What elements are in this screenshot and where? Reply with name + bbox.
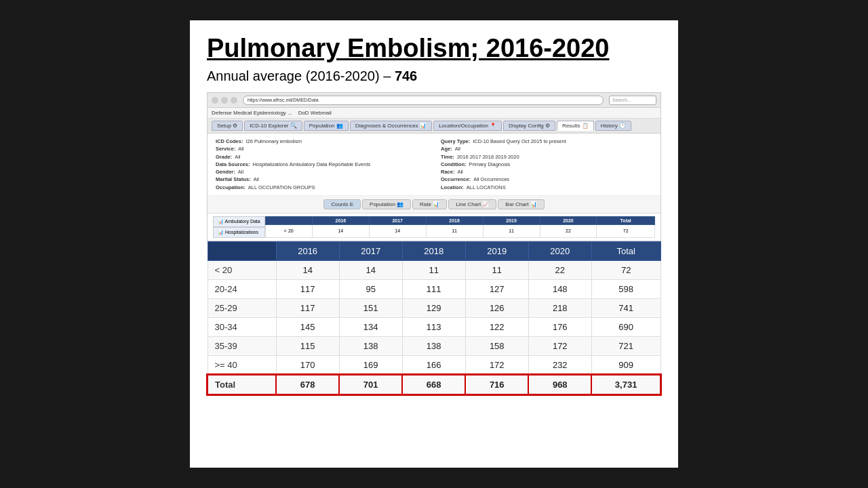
cell-age-gte40: >= 40: [208, 355, 276, 375]
browser-min-btn[interactable]: [221, 97, 228, 104]
app-nav: Defense Medical Epidemiology ... DoD Web…: [208, 108, 660, 119]
cell-gte40-2017: 169: [339, 355, 402, 375]
cell-total-2018: 668: [402, 375, 465, 394]
value-service: All: [238, 145, 243, 152]
tab-setup[interactable]: Setup ⚙: [212, 121, 243, 131]
query-row-occupation: Occupation: ALL OCCUPATION GROUPS: [216, 184, 427, 191]
cell-3539-2020: 172: [528, 336, 591, 355]
mini-header-2017: 2017: [369, 216, 426, 224]
cell-2529-total: 741: [591, 298, 660, 317]
cell-3539-2017: 138: [339, 336, 402, 355]
cell-lt20-2020: 22: [528, 260, 591, 279]
main-header-age: [208, 241, 276, 260]
browser-search-box[interactable]: Search...: [609, 96, 656, 105]
browser-url-text: https://www.afhsc.mil/DMED/Data: [248, 98, 319, 102]
value-race: All: [457, 168, 462, 176]
table-row: 35-39 115 138 138 158 172 721: [208, 336, 660, 355]
mini-header-2016: 2016: [312, 216, 369, 224]
tab-diagnoses[interactable]: Diagnoses & Occurrences 📊: [350, 121, 432, 131]
cell-3034-2016: 145: [276, 317, 339, 336]
cell-total-total: 3,731: [591, 375, 660, 394]
mini-cell-a-2020: 22: [540, 224, 597, 237]
mini-cell-a-2019: 11: [483, 224, 540, 237]
table-row: 30-34 145 134 113 122 176 690: [208, 317, 660, 336]
mini-table-container: 📊 Ambulatory Data 📊 Hospitalizations 201…: [208, 214, 660, 241]
browser-close-btn[interactable]: [212, 97, 218, 104]
browser-max-btn[interactable]: [231, 97, 237, 104]
mini-label-hospitalizations: 📊 Hospitalizations: [213, 227, 265, 238]
label-condition: Condition:: [441, 161, 467, 168]
annual-average: 746: [395, 68, 417, 83]
cell-2529-2017: 151: [339, 298, 402, 317]
mini-cell-a-label: < 20: [265, 224, 312, 237]
cell-2529-2019: 126: [465, 298, 528, 317]
cell-2024-total: 598: [591, 279, 660, 298]
tab-location[interactable]: Location/Occupation 📍: [433, 121, 502, 131]
mini-data-table: 2016 2017 2018 2019 2020 Total < 20 14 1: [265, 216, 655, 238]
value-time: 2016 2017 2018 2019 2020: [457, 153, 519, 161]
mini-header-2019: 2019: [483, 216, 540, 224]
label-datasources: Data Sources:: [216, 161, 250, 168]
cell-3539-2019: 158: [465, 336, 528, 355]
cell-age-3034: 30-34: [208, 317, 276, 336]
query-row-occurrence: Occurrence: All Occurrences: [441, 176, 652, 183]
tab-population-view[interactable]: Population 👥: [362, 199, 411, 209]
main-header-2019: 2019: [465, 241, 528, 260]
table-total-row: Total 678 701 668 716 968 3,731: [208, 375, 660, 394]
main-data-table: 2016 2017 2018 2019 2020 Total < 20 14 1…: [207, 241, 661, 395]
app-tabs: Setup ⚙ ICD-10 Explorer 🔍 Population 👥 D…: [208, 119, 660, 134]
tab-results[interactable]: Results 📋: [557, 121, 594, 131]
query-row-age: Age: All: [441, 145, 652, 152]
value-datasources: Hospitalizations Ambulatory Data Reporta…: [252, 161, 370, 168]
query-row-location: Location: ALL LOCATIONS: [441, 184, 652, 191]
cell-3034-2020: 176: [528, 317, 591, 336]
tab-population[interactable]: Population 👥: [304, 121, 349, 131]
label-race: Race:: [441, 168, 454, 176]
label-location: Location:: [441, 184, 464, 191]
value-occurrence: All Occurrences: [473, 176, 509, 183]
tab-bar-chart[interactable]: Bar Chart 📊: [498, 199, 544, 209]
main-header-total: Total: [591, 241, 660, 260]
cell-3034-total: 690: [591, 317, 660, 336]
cell-gte40-total: 909: [591, 355, 660, 375]
table-row: 20-24 117 95 111 127 148 598: [208, 279, 660, 298]
cell-total-2017: 701: [339, 375, 402, 394]
cell-total-label: Total: [208, 375, 276, 394]
tab-display[interactable]: Display Config ⚙: [503, 121, 555, 131]
cell-3034-2019: 122: [465, 317, 528, 336]
app-sub: DoD Webmail: [298, 110, 332, 116]
query-right: Query Type: ICD-10 Based Query Oct 2015 …: [441, 138, 652, 191]
tab-counts[interactable]: Counts E: [323, 199, 361, 209]
query-row-querytype: Query Type: ICD-10 Based Query Oct 2015 …: [441, 138, 652, 145]
label-icd: ICD Codes:: [216, 138, 243, 145]
cell-3539-2018: 138: [402, 336, 465, 355]
value-marital: All: [254, 176, 259, 183]
browser-url-bar[interactable]: https://www.afhsc.mil/DMED/Data: [243, 96, 604, 105]
tab-line-chart[interactable]: Line Chart 📈: [448, 199, 496, 209]
view-tabs: Counts E Population 👥 Rate 📊 Line Chart …: [208, 196, 660, 214]
label-time: Time:: [441, 153, 454, 161]
cell-2529-2018: 129: [402, 298, 465, 317]
mini-cell-a-total: 72: [597, 224, 655, 237]
main-header-2018: 2018: [402, 241, 465, 260]
label-age: Age:: [441, 145, 452, 152]
tab-rate[interactable]: Rate 📊: [412, 199, 447, 209]
cell-gte40-2016: 170: [276, 355, 339, 375]
cell-2024-2017: 95: [339, 279, 402, 298]
label-occurrence: Occurrence:: [441, 176, 471, 183]
cell-2024-2018: 111: [402, 279, 465, 298]
cell-gte40-2019: 172: [465, 355, 528, 375]
query-row-time: Time: 2016 2017 2018 2019 2020: [441, 153, 652, 161]
table-row: < 20 14 14 11 11 22 72: [208, 260, 660, 279]
tab-icd10[interactable]: ICD-10 Explorer 🔍: [244, 121, 302, 131]
tab-history[interactable]: History 🕐: [595, 121, 631, 131]
query-row-datasources: Data Sources: Hospitalizations Ambulator…: [216, 161, 427, 168]
query-row-service: Service: All: [216, 145, 427, 152]
slide-subtitle: Annual average (2016-2020) – 746: [207, 68, 661, 84]
value-location: ALL LOCATIONS: [467, 184, 506, 191]
cell-total-2019: 716: [465, 375, 528, 394]
label-marital: Marital Status:: [216, 176, 251, 183]
main-header-2020: 2020: [528, 241, 591, 260]
subtitle-text: Annual average (2016-2020) –: [207, 68, 395, 83]
slide-container: Pulmonary Embolism; 2016-2020 Annual ave…: [190, 20, 678, 468]
